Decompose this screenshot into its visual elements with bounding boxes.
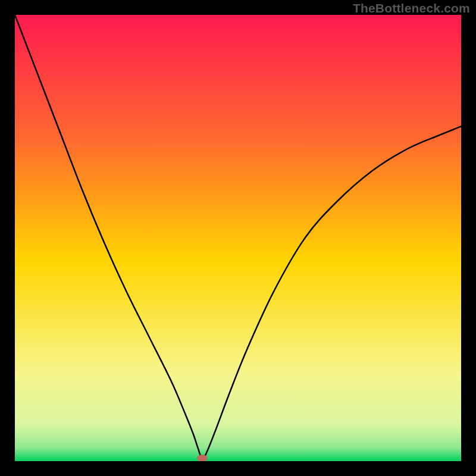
gradient-background bbox=[15, 15, 461, 461]
watermark-label: TheBottleneck.com bbox=[353, 1, 470, 15]
chart-frame: TheBottleneck.com bbox=[0, 0, 476, 476]
plot-area bbox=[15, 15, 461, 461]
bottleneck-chart bbox=[15, 15, 461, 461]
